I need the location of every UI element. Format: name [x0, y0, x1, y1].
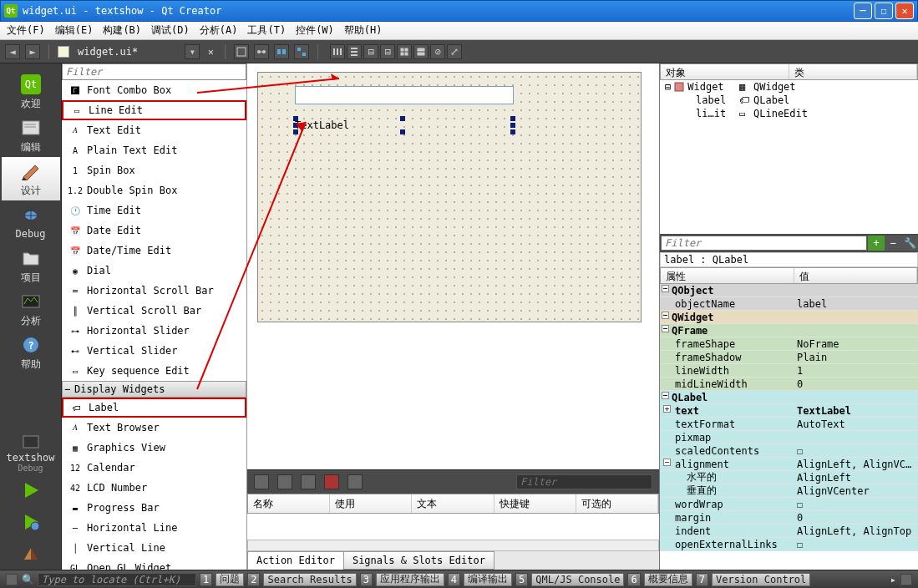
- property-row[interactable]: −alignmentAlignLeft, AlignVC…: [660, 458, 918, 471]
- edit-widgets-icon[interactable]: [234, 44, 249, 59]
- menu-widgets[interactable]: 控件(W): [296, 23, 334, 38]
- menu-debug[interactable]: 调试(D): [151, 23, 190, 38]
- build-button[interactable]: [18, 543, 43, 565]
- widget-category[interactable]: Display Widgets: [62, 381, 246, 398]
- output-3-num[interactable]: 3: [360, 573, 373, 586]
- widgetbox-filter[interactable]: [62, 63, 246, 80]
- property-row[interactable]: +textTextLabel: [660, 404, 918, 418]
- widget-item[interactable]: 1.2Double Spin Box: [62, 180, 246, 200]
- property-value[interactable]: Plain: [794, 352, 918, 363]
- widget-item[interactable]: ═Horizontal Scroll Bar: [62, 281, 246, 301]
- property-value[interactable]: AlignLeft, AlignTop: [794, 525, 918, 537]
- widget-item[interactable]: ─Horizontal Line: [62, 518, 246, 538]
- col-text[interactable]: 文本: [412, 494, 494, 513]
- property-row[interactable]: lineWidth1: [660, 364, 918, 378]
- add-property-button[interactable]: +: [868, 236, 885, 251]
- property-row[interactable]: frameShapeNoFrame: [660, 337, 918, 351]
- action-list[interactable]: [247, 514, 659, 540]
- mode-analyze[interactable]: 分析: [2, 287, 60, 331]
- wrench-icon[interactable]: 🔧: [901, 236, 918, 251]
- property-value[interactable]: label: [794, 298, 918, 310]
- property-row[interactable]: −QObject: [660, 284, 918, 297]
- property-value[interactable]: TextLabel: [794, 405, 918, 417]
- property-row[interactable]: openExternalLinks☐: [660, 538, 918, 551]
- widget-item[interactable]: 1Spin Box: [62, 160, 246, 180]
- property-row[interactable]: 垂直的AlignVCenter: [660, 484, 918, 498]
- col-name[interactable]: 名称: [248, 494, 330, 513]
- widget-item[interactable]: ▦Graphics View: [62, 438, 246, 458]
- property-value[interactable]: 1: [794, 365, 918, 377]
- property-value[interactable]: ☐: [794, 445, 918, 457]
- progress-icon[interactable]: [900, 574, 912, 585]
- widget-item[interactable]: APlain Text Edit: [62, 140, 246, 160]
- widgetbox-list[interactable]: 🅵Font Combo Box▭Line Edit𝐴Text EditAPlai…: [62, 80, 246, 570]
- col-shortcut[interactable]: 快捷键: [495, 494, 576, 513]
- widget-item[interactable]: GLOpen GL Widget: [62, 558, 246, 570]
- property-list[interactable]: −QObjectobjectNamelabel−QWidget−QFramefr…: [660, 284, 918, 570]
- forward-button[interactable]: ►: [25, 44, 40, 59]
- panel-toggle-icon[interactable]: [6, 574, 18, 585]
- widget-item[interactable]: 🅵Font Combo Box: [62, 80, 246, 100]
- menu-tools[interactable]: 工具(T): [247, 23, 286, 38]
- debug-run-button[interactable]: [18, 511, 43, 533]
- property-row[interactable]: frameShadowPlain: [660, 351, 918, 364]
- output-7[interactable]: Version Control: [712, 573, 810, 586]
- property-row[interactable]: −QFrame: [660, 324, 918, 337]
- output-2[interactable]: Search Results: [263, 573, 356, 586]
- tab-signals-slots[interactable]: Signals & Slots Editor: [343, 551, 495, 570]
- mode-welcome[interactable]: Qt欢迎: [2, 70, 60, 114]
- widget-item[interactable]: ║Vertical Scroll Bar: [62, 301, 246, 321]
- property-row[interactable]: −QWidget: [660, 311, 918, 324]
- widget-item[interactable]: ◉Dial: [62, 261, 246, 281]
- output-1[interactable]: 问题: [216, 573, 244, 586]
- property-value[interactable]: AlignVCenter: [794, 485, 918, 497]
- property-value[interactable]: ☐: [794, 499, 918, 510]
- property-row[interactable]: textFormatAutoText: [660, 418, 918, 431]
- tab-action-editor[interactable]: Action Editor: [247, 551, 344, 570]
- mode-edit[interactable]: 编辑: [2, 114, 60, 157]
- config-action-icon[interactable]: [347, 474, 363, 489]
- property-value[interactable]: AutoText: [794, 418, 918, 430]
- menu-file[interactable]: 文件(F): [7, 23, 45, 38]
- output-5-num[interactable]: 5: [515, 573, 528, 586]
- output-7-num[interactable]: 7: [696, 573, 708, 586]
- property-value[interactable]: 0: [794, 378, 918, 390]
- layout-h-icon[interactable]: [330, 44, 345, 59]
- remove-property-button[interactable]: −: [885, 236, 901, 251]
- widget-item[interactable]: ▭Key sequence Edit: [62, 361, 246, 381]
- col-checkable[interactable]: 可选的: [576, 494, 658, 513]
- close-button[interactable]: ✕: [895, 3, 914, 19]
- prop-col-name[interactable]: 属性: [661, 268, 794, 283]
- open-document-name[interactable]: widget.ui*: [78, 46, 138, 58]
- dropdown-icon[interactable]: ▾: [185, 44, 200, 59]
- output-3[interactable]: 应用程序输出: [376, 573, 444, 586]
- property-row[interactable]: margin0: [660, 511, 918, 525]
- layout-v-icon[interactable]: [347, 44, 362, 59]
- property-value[interactable]: NoFrame: [794, 338, 918, 350]
- property-row[interactable]: midLineWidth0: [660, 378, 918, 391]
- property-row[interactable]: objectNamelabel: [660, 297, 918, 311]
- new-action-icon[interactable]: [254, 474, 269, 489]
- object-row[interactable]: ⊟Widget▦QWidget: [660, 80, 918, 94]
- mode-debug[interactable]: Debug: [2, 200, 60, 244]
- edit-taborder-icon[interactable]: [294, 44, 309, 59]
- menu-analyze[interactable]: 分析(A): [200, 23, 238, 38]
- break-layout-icon[interactable]: ⊘: [430, 44, 445, 59]
- maximize-button[interactable]: ☐: [875, 3, 893, 19]
- edit-buddies-icon[interactable]: [274, 44, 289, 59]
- widget-item[interactable]: 𝐴Text Browser: [62, 418, 246, 438]
- object-row[interactable]: label🏷QLabel: [660, 94, 918, 107]
- property-value[interactable]: AlignLeft, AlignVC…: [794, 459, 918, 470]
- locate-icon[interactable]: 🔍: [22, 574, 34, 585]
- layout-form-icon[interactable]: [413, 44, 429, 59]
- minimize-button[interactable]: ─: [854, 3, 872, 19]
- widget-item[interactable]: 𝐴Text Edit: [62, 120, 246, 140]
- property-value[interactable]: ☐: [794, 539, 918, 550]
- widget-item[interactable]: 📅Date Edit: [62, 220, 246, 241]
- copy-action-icon[interactable]: [277, 474, 292, 489]
- property-row[interactable]: scaledContents☐: [660, 444, 918, 458]
- widget-item[interactable]: 42LCD Number: [62, 478, 246, 498]
- widget-item[interactable]: ▬Progress Bar: [62, 498, 246, 518]
- objtree-col-class[interactable]: 类: [789, 64, 918, 79]
- widget-item[interactable]: 🏷Label: [62, 398, 246, 418]
